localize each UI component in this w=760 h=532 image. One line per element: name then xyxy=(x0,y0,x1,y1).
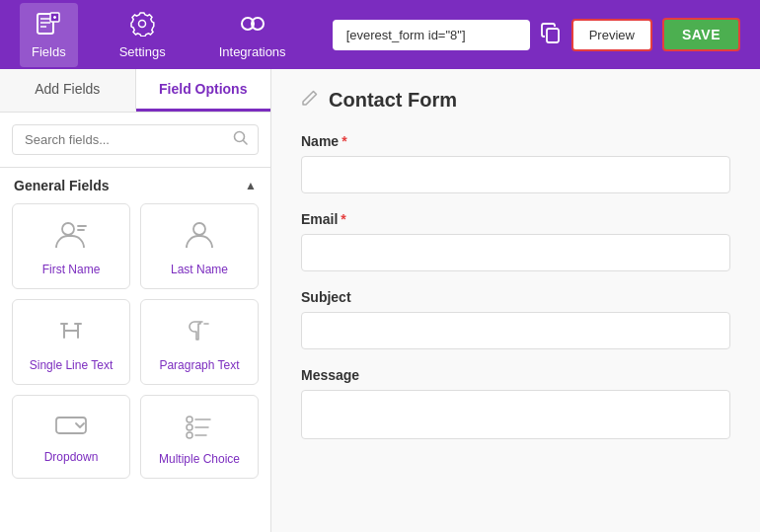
edit-form-title-icon[interactable] xyxy=(301,89,319,112)
tab-field-options[interactable]: Field Options xyxy=(136,69,271,112)
required-star-email: * xyxy=(341,211,345,227)
form-label-email: Email * xyxy=(301,211,730,227)
svg-point-13 xyxy=(62,223,74,235)
fields-icon xyxy=(36,11,61,40)
form-field-subject: Subject xyxy=(301,289,730,349)
last-name-icon xyxy=(185,220,214,255)
last-name-label: Last Name xyxy=(171,263,228,276)
search-input-wrap xyxy=(12,124,259,155)
svg-point-7 xyxy=(139,20,146,27)
field-card-last-name[interactable]: Last Name xyxy=(140,203,259,289)
field-card-multiple-choice[interactable]: Multiple Choice xyxy=(140,395,259,479)
form-field-email: Email * xyxy=(301,211,730,271)
field-card-single-line-text[interactable]: Single Line Text xyxy=(12,299,130,385)
sidebar: Add Fields Field Options General Fields … xyxy=(0,69,271,532)
field-card-paragraph-text[interactable]: Paragraph Text xyxy=(140,299,259,385)
main-layout: Add Fields Field Options General Fields … xyxy=(0,69,760,532)
paragraph-text-icon xyxy=(185,316,214,350)
shortcode-bar: Preview SAVE xyxy=(333,18,740,51)
top-nav: Fields Settings Integrations Preview xyxy=(0,0,760,69)
copy-shortcode-button[interactable] xyxy=(540,22,562,48)
section-label: General Fields xyxy=(14,178,109,193)
save-button[interactable]: SAVE xyxy=(662,18,740,51)
multiple-choice-icon xyxy=(185,412,214,444)
svg-line-12 xyxy=(244,141,248,145)
form-title-row: Contact Form xyxy=(301,89,730,112)
fields-grid: First Name Last Name xyxy=(0,203,270,491)
subject-input[interactable] xyxy=(301,312,730,349)
svg-point-26 xyxy=(187,424,192,430)
chevron-up-icon[interactable]: ▲ xyxy=(245,179,257,192)
form-label-name: Name * xyxy=(301,133,730,149)
name-input[interactable] xyxy=(301,156,730,193)
single-line-text-icon xyxy=(56,316,86,350)
nav-fields-label: Fields xyxy=(32,44,66,59)
form-label-message: Message xyxy=(301,367,730,383)
nav-settings[interactable]: Settings xyxy=(108,3,178,67)
paragraph-text-label: Paragraph Text xyxy=(159,358,239,372)
search-input[interactable] xyxy=(12,124,259,155)
required-star-name: * xyxy=(342,133,346,149)
svg-point-16 xyxy=(193,223,205,235)
nav-settings-label: Settings xyxy=(119,44,166,59)
email-input[interactable] xyxy=(301,234,730,271)
form-label-subject: Subject xyxy=(301,289,730,305)
content-area: Contact Form Name * Email * Subject xyxy=(271,69,760,532)
first-name-label: First Name xyxy=(42,263,101,276)
nav-fields[interactable]: Fields xyxy=(20,3,78,67)
sidebar-tabs: Add Fields Field Options xyxy=(0,69,270,113)
search-bar xyxy=(0,113,270,168)
svg-point-24 xyxy=(187,417,192,422)
svg-point-28 xyxy=(187,432,192,438)
form-field-message: Message xyxy=(301,367,730,443)
dropdown-label: Dropdown xyxy=(44,450,99,464)
integrations-icon xyxy=(239,11,266,40)
dropdown-icon xyxy=(54,414,88,442)
search-icon xyxy=(233,130,249,149)
first-name-icon xyxy=(54,220,88,255)
section-header: General Fields ▲ xyxy=(0,168,270,203)
field-card-dropdown[interactable]: Dropdown xyxy=(12,395,130,479)
field-card-first-name[interactable]: First Name xyxy=(12,203,130,289)
message-textarea[interactable] xyxy=(301,390,730,439)
form-title: Contact Form xyxy=(329,89,457,112)
nav-integrations-label: Integrations xyxy=(219,44,286,59)
single-line-text-label: Single Line Text xyxy=(30,358,114,372)
preview-button[interactable]: Preview xyxy=(571,19,652,51)
svg-rect-10 xyxy=(547,29,559,42)
shortcode-input[interactable] xyxy=(333,20,530,50)
multiple-choice-label: Multiple Choice xyxy=(159,452,240,466)
nav-integrations[interactable]: Integrations xyxy=(207,3,298,67)
settings-icon xyxy=(129,11,155,40)
form-field-name: Name * xyxy=(301,133,730,193)
tab-add-fields[interactable]: Add Fields xyxy=(0,69,136,112)
